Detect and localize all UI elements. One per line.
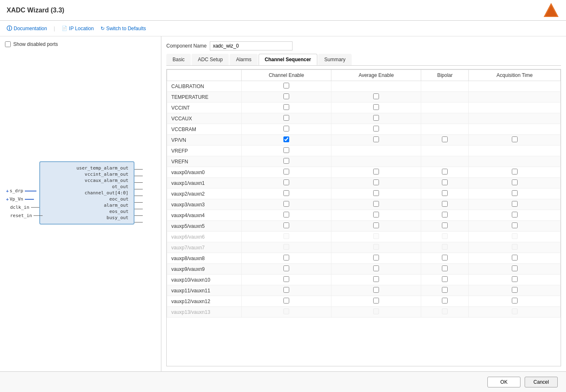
cell-bipolar[interactable] [421, 296, 469, 307]
cell-average-enable[interactable] [331, 253, 421, 264]
checkbox-average-enable[interactable] [373, 265, 379, 271]
cell-acq-time[interactable] [469, 146, 561, 156]
switch-defaults-link[interactable]: ↻ Switch to Defaults [101, 26, 146, 31]
checkbox-acq-time[interactable] [512, 190, 518, 196]
tab-adc-setup[interactable]: ADC Setup [192, 54, 229, 65]
cell-channel-enable[interactable] [242, 113, 331, 124]
cell-bipolar[interactable] [421, 264, 469, 275]
checkbox-average-enable[interactable] [373, 276, 379, 282]
checkbox-bipolar[interactable] [442, 287, 448, 293]
cell-average-enable[interactable] [331, 135, 421, 146]
checkbox-bipolar[interactable] [442, 255, 448, 261]
cell-bipolar[interactable] [421, 210, 469, 221]
cell-acq-time[interactable] [469, 167, 561, 178]
checkbox-acq-time[interactable] [512, 201, 518, 207]
cell-acq-time[interactable] [469, 156, 561, 167]
cell-acq-time[interactable] [469, 189, 561, 199]
checkbox-average-enable[interactable] [373, 212, 379, 218]
cell-bipolar[interactable] [421, 242, 469, 253]
checkbox-channel-enable[interactable] [283, 276, 289, 282]
checkbox-acq-time[interactable] [512, 265, 518, 271]
checkbox-channel-enable[interactable] [283, 169, 289, 174]
cell-channel-enable[interactable] [242, 221, 331, 232]
tab-alarms[interactable]: Alarms [230, 54, 257, 65]
cell-average-enable[interactable] [331, 156, 421, 167]
cell-channel-enable[interactable] [242, 167, 331, 178]
cell-channel-enable[interactable] [242, 242, 331, 253]
checkbox-channel-enable[interactable] [283, 158, 289, 164]
cell-channel-enable[interactable] [242, 81, 331, 92]
cell-average-enable[interactable] [331, 285, 421, 296]
checkbox-average-enable[interactable] [373, 244, 379, 250]
cell-channel-enable[interactable] [242, 178, 331, 189]
checkbox-bipolar[interactable] [442, 244, 448, 250]
cell-channel-enable[interactable] [242, 135, 331, 146]
checkbox-bipolar[interactable] [442, 222, 448, 228]
cell-average-enable[interactable] [331, 199, 421, 210]
checkbox-acq-time[interactable] [512, 308, 518, 314]
cell-acq-time[interactable] [469, 135, 561, 146]
checkbox-channel-enable[interactable] [283, 179, 289, 185]
checkbox-channel-enable[interactable] [283, 244, 289, 250]
checkbox-channel-enable[interactable] [283, 93, 289, 99]
checkbox-acq-time[interactable] [512, 179, 518, 185]
cell-average-enable[interactable] [331, 103, 421, 113]
checkbox-channel-enable[interactable] [283, 201, 289, 207]
cell-channel-enable[interactable] [242, 189, 331, 199]
tab-basic[interactable]: Basic [166, 54, 191, 65]
checkbox-channel-enable[interactable] [283, 136, 289, 142]
checkbox-bipolar[interactable] [442, 190, 448, 196]
cell-average-enable[interactable] [331, 232, 421, 242]
checkbox-acq-time[interactable] [512, 287, 518, 293]
ok-button[interactable]: OK [487, 377, 520, 387]
cell-acq-time[interactable] [469, 285, 561, 296]
checkbox-average-enable[interactable] [373, 169, 379, 174]
checkbox-average-enable[interactable] [373, 115, 379, 121]
cell-acq-time[interactable] [469, 81, 561, 92]
cell-acq-time[interactable] [469, 210, 561, 221]
cell-bipolar[interactable] [421, 253, 469, 264]
tab-summary[interactable]: Summary [318, 54, 352, 65]
channel-sequencer-table-container[interactable]: Channel Enable Average Enable Bipolar Ac… [166, 69, 561, 366]
cell-average-enable[interactable] [331, 264, 421, 275]
cell-acq-time[interactable] [469, 178, 561, 189]
cell-acq-time[interactable] [469, 296, 561, 307]
cell-channel-enable[interactable] [242, 199, 331, 210]
checkbox-acq-time[interactable] [512, 244, 518, 250]
cell-average-enable[interactable] [331, 167, 421, 178]
cell-acq-time[interactable] [469, 113, 561, 124]
cell-acq-time[interactable] [469, 275, 561, 285]
cell-average-enable[interactable] [331, 124, 421, 135]
cell-channel-enable[interactable] [242, 296, 331, 307]
cell-bipolar[interactable] [421, 199, 469, 210]
ip-location-link[interactable]: 📄 IP Location [62, 26, 94, 31]
cell-average-enable[interactable] [331, 307, 421, 318]
cell-average-enable[interactable] [331, 210, 421, 221]
checkbox-average-enable[interactable] [373, 298, 379, 304]
cell-channel-enable[interactable] [242, 210, 331, 221]
cell-average-enable[interactable] [331, 92, 421, 103]
cell-acq-time[interactable] [469, 103, 561, 113]
checkbox-channel-enable[interactable] [283, 298, 289, 304]
checkbox-bipolar[interactable] [442, 233, 448, 239]
cell-bipolar[interactable] [421, 146, 469, 156]
checkbox-bipolar[interactable] [442, 136, 448, 142]
cell-channel-enable[interactable] [242, 285, 331, 296]
cell-bipolar[interactable] [421, 167, 469, 178]
cell-bipolar[interactable] [421, 103, 469, 113]
cell-channel-enable[interactable] [242, 275, 331, 285]
cell-average-enable[interactable] [331, 189, 421, 199]
cell-acq-time[interactable] [469, 221, 561, 232]
cell-channel-enable[interactable] [242, 307, 331, 318]
checkbox-average-enable[interactable] [373, 179, 379, 185]
cell-average-enable[interactable] [331, 242, 421, 253]
checkbox-channel-enable[interactable] [283, 190, 289, 196]
cell-average-enable[interactable] [331, 178, 421, 189]
checkbox-average-enable[interactable] [373, 255, 379, 261]
checkbox-acq-time[interactable] [512, 136, 518, 142]
cell-bipolar[interactable] [421, 135, 469, 146]
checkbox-channel-enable[interactable] [283, 115, 289, 121]
cell-acq-time[interactable] [469, 232, 561, 242]
checkbox-bipolar[interactable] [442, 212, 448, 218]
checkbox-bipolar[interactable] [442, 201, 448, 207]
